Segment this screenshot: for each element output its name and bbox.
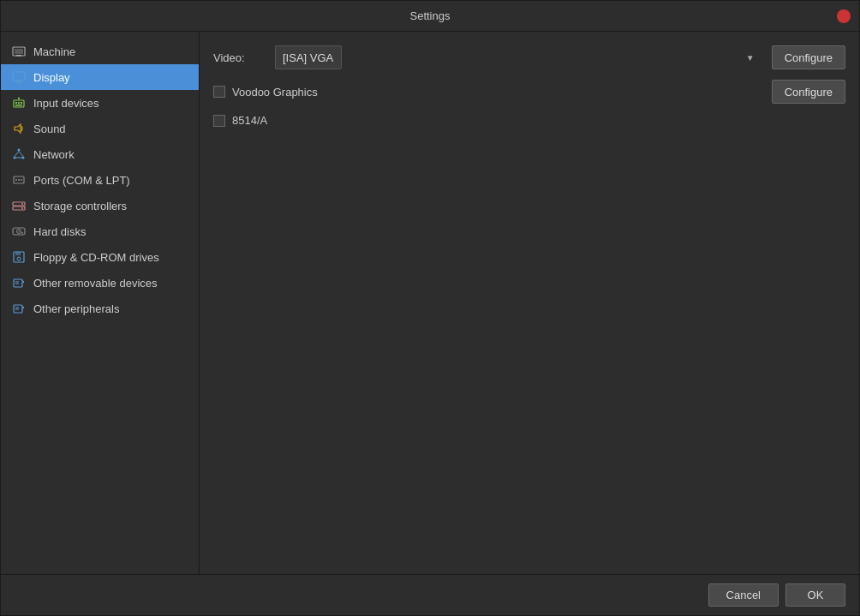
svg-point-30: [18, 230, 20, 232]
video-select-wrapper: [ISA] VGA VGA SVGA ▼: [275, 45, 761, 69]
sidebar-item-storage[interactable]: Storage controllers: [1, 193, 199, 218]
voodoo-checkbox[interactable]: [213, 86, 225, 98]
sidebar: Machine Display: [1, 32, 200, 574]
peripherals-icon: [11, 301, 27, 316]
video-select[interactable]: [ISA] VGA VGA SVGA: [275, 45, 342, 69]
sidebar-label-machine: Machine: [33, 45, 75, 58]
sidebar-item-peripherals[interactable]: Other peripherals: [1, 296, 199, 321]
display-icon: [11, 69, 27, 85]
voodoo-row: Voodoo Graphics Configure: [213, 80, 845, 104]
sidebar-item-display[interactable]: Display: [1, 64, 199, 90]
ok-button[interactable]: OK: [785, 583, 845, 607]
sidebar-item-harddisks[interactable]: Hard disks: [1, 218, 199, 244]
sidebar-item-sound[interactable]: Sound: [1, 116, 199, 141]
sidebar-item-removable[interactable]: Other removable devices: [1, 270, 199, 296]
sidebar-item-machine[interactable]: Machine: [1, 39, 199, 64]
input-icon: [11, 95, 27, 111]
configure-button-video[interactable]: Configure: [772, 45, 845, 69]
sidebar-item-floppy[interactable]: Floppy & CD-ROM drives: [1, 244, 199, 270]
sidebar-label-input: Input devices: [33, 97, 99, 110]
ports-icon: [11, 172, 27, 188]
isa-label: 8514/A: [232, 114, 267, 127]
svg-rect-2: [16, 55, 21, 57]
chevron-down-icon: ▼: [746, 53, 755, 63]
voodoo-label: Voodoo Graphics: [232, 86, 318, 99]
harddisk-icon: [11, 224, 27, 239]
content-area: Video: [ISA] VGA VGA SVGA ▼ Configure Vo…: [200, 32, 859, 574]
isa-row: 8514/A: [213, 114, 845, 127]
svg-rect-10: [15, 105, 22, 106]
floppy-icon: [11, 249, 27, 265]
machine-icon: [11, 44, 27, 59]
close-button[interactable]: [837, 9, 851, 23]
svg-rect-33: [15, 252, 21, 255]
sidebar-label-display: Display: [33, 71, 70, 84]
svg-rect-1: [15, 49, 23, 54]
cancel-button[interactable]: Cancel: [708, 583, 779, 607]
sidebar-label-ports: Ports (COM & LPT): [33, 174, 130, 187]
sidebar-item-network[interactable]: Network: [1, 141, 199, 167]
svg-point-34: [17, 257, 21, 260]
svg-line-17: [15, 152, 19, 157]
video-row: Video: [ISA] VGA VGA SVGA ▼ Configure: [213, 45, 845, 69]
sidebar-label-floppy: Floppy & CD-ROM drives: [33, 251, 159, 264]
svg-point-14: [18, 149, 21, 152]
svg-point-12: [18, 98, 20, 99]
svg-point-31: [21, 232, 23, 234]
sidebar-label-storage: Storage controllers: [33, 200, 127, 212]
svg-rect-9: [21, 102, 22, 104]
sidebar-item-ports[interactable]: Ports (COM & LPT): [1, 167, 199, 193]
svg-rect-8: [18, 102, 20, 104]
titlebar: Settings: [1, 1, 859, 32]
network-icon: [11, 147, 27, 162]
svg-rect-7: [15, 102, 17, 104]
sidebar-item-input[interactable]: Input devices: [1, 90, 199, 116]
svg-point-26: [21, 203, 23, 205]
settings-window: Settings Machine: [0, 0, 860, 616]
svg-line-18: [19, 152, 23, 157]
voodoo-left: Voodoo Graphics: [213, 86, 318, 99]
sidebar-label-sound: Sound: [33, 123, 66, 135]
sidebar-label-harddisks: Hard disks: [33, 225, 86, 238]
isa-checkbox[interactable]: [213, 115, 225, 127]
sound-icon: [11, 121, 27, 136]
sidebar-label-network: Network: [33, 148, 75, 161]
video-label: Video:: [213, 51, 265, 64]
configure-button-voodoo[interactable]: Configure: [772, 80, 845, 104]
footer: Cancel OK: [1, 574, 859, 615]
svg-point-27: [21, 207, 23, 209]
storage-icon: [11, 198, 27, 213]
svg-rect-3: [13, 72, 25, 81]
main-content: Machine Display: [1, 32, 859, 574]
window-title: Settings: [410, 9, 451, 22]
sidebar-label-peripherals: Other peripherals: [33, 302, 119, 315]
svg-marker-13: [15, 124, 21, 133]
sidebar-label-removable: Other removable devices: [33, 277, 158, 290]
removable-icon: [11, 275, 27, 290]
